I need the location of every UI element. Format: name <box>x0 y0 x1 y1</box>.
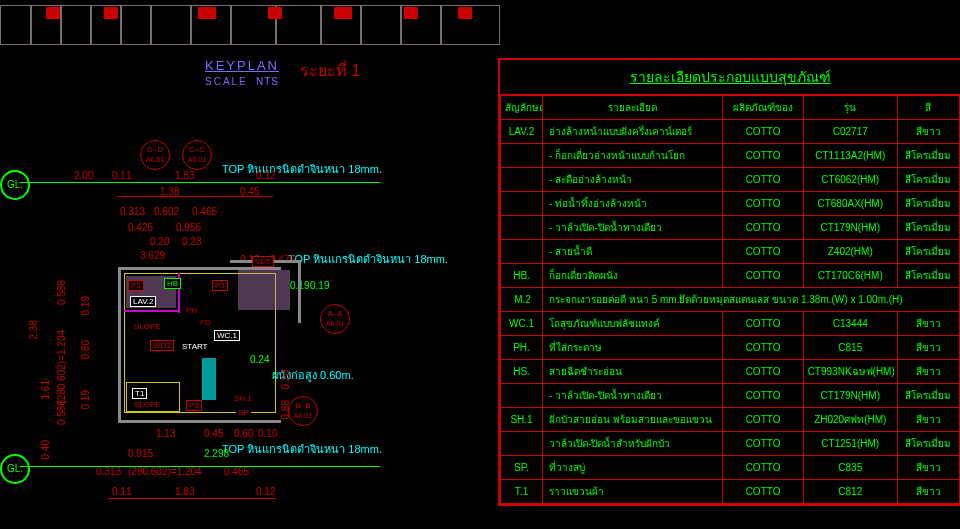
tag-slope2: SLOPE <box>132 400 163 409</box>
section-bubble-top: A–A <box>321 309 349 319</box>
dim: 0.45 <box>204 428 223 439</box>
spec-cell-mfr: COTTO <box>723 432 803 456</box>
tag-sp: SP <box>236 408 251 417</box>
spec-cell-desc: สายฉีดชำระอ่อน <box>543 360 723 384</box>
spec-cell-mdl: C815 <box>803 336 897 360</box>
spec-th-desc: รายละเอียด <box>543 96 723 120</box>
spec-table-title: รายละเอียดประกอบแบบสุขภัณฑ์ <box>500 60 960 95</box>
spec-cell-mdl: ZH020ศฟท(HM) <box>803 408 897 432</box>
spec-cell-mfr: COTTO <box>723 480 803 504</box>
note-top-granite-2: TOP หินแกรนิตดำจินหนา 18mm. <box>288 250 448 268</box>
spec-row: HB.ก็อกเดี่ยวติดผนังCOTTOCT170C6(HM)สีโค… <box>501 264 960 288</box>
keyplan-marker <box>458 7 472 19</box>
spec-table-grid: สัญลักษณ์ รายละเอียด ผลิตภัณฑ์ของ รุ่น ส… <box>500 95 960 504</box>
dim: 1.83 <box>175 170 194 181</box>
spec-row: LAV.2อ่างล้างหน้าแบบฝังครึ่งเคาน์เตอร์CO… <box>501 120 960 144</box>
tag-start: START <box>180 342 209 351</box>
spec-cell-clr: สีขาว <box>897 408 959 432</box>
spec-cell-clr: สีขาว <box>897 120 959 144</box>
spec-cell-desc: อ่างล้างหน้าแบบฝังครึ่งเคาน์เตอร์ <box>543 120 723 144</box>
dim: 0.915 <box>128 448 153 459</box>
spec-cell-mfr: COTTO <box>723 408 803 432</box>
tag-fd: FD <box>198 318 213 327</box>
dim: 0.20 <box>280 370 291 389</box>
spec-cell-mfr: COTTO <box>723 312 803 336</box>
spec-cell-clr: สีโครเมี่ยม <box>897 432 959 456</box>
spec-cell-desc: - วาล์วเปิด-ปิดน้ำทางเดียว <box>543 384 723 408</box>
section-bubble-top: C–C <box>183 145 211 155</box>
dim: 0.10 <box>258 428 277 439</box>
grid-gl-left2: GL. <box>0 454 30 484</box>
spec-cell-clr: สีโครเมี่ยม <box>897 192 959 216</box>
spec-cell-clr: สีขาว <box>897 312 959 336</box>
counter-top-right <box>238 270 290 310</box>
dim: 0.19 <box>80 296 91 315</box>
tag-t1: T1 <box>132 388 147 399</box>
dim: 1.61 <box>40 380 51 399</box>
dim: 0.602 <box>154 206 179 217</box>
spec-cell-clr: สีโครเมี่ยม <box>897 168 959 192</box>
dim: 1.13 <box>156 428 175 439</box>
spec-cell-desc: - วาล์วเปิด-ปิดน้ำทางเดียว <box>543 216 723 240</box>
dim: 0.20 <box>150 236 169 247</box>
dim: 0.12 <box>256 170 275 181</box>
spec-row: HS.สายฉีดชำระอ่อนCOTTOCT993NKฉษฟ(HM)สีขา… <box>501 360 960 384</box>
dim: 0.313 <box>96 466 121 477</box>
tag-vd5: VD5 <box>252 256 274 267</box>
dim: (280.602)=1.204 <box>56 330 67 404</box>
tag-hb: HB <box>164 278 181 289</box>
spec-cell-sym <box>501 144 543 168</box>
spec-cell-desc: ราวแขวนผ้า <box>543 480 723 504</box>
partition <box>124 310 180 312</box>
spec-cell-desc: โถสุขภัณฑ์แบบฟลัชแทงค์ <box>543 312 723 336</box>
spec-cell-clr: สีขาว <box>897 456 959 480</box>
spec-cell-clr: สีโครเมี่ยม <box>897 240 959 264</box>
spec-cell-desc: - ก็อกเดี่ยวอ่างหน้าแบบก้านโยก <box>543 144 723 168</box>
spec-cell-clr: สีขาว <box>897 336 959 360</box>
spec-row: - สายน้ำดีCOTTOZ402(HM)สีโครเมี่ยม <box>501 240 960 264</box>
section-bubble-bottom: A6.01 <box>289 411 317 421</box>
dim: 0.465 <box>224 466 249 477</box>
spec-cell-mdl: C13444 <box>803 312 897 336</box>
spec-row: - วาล์วเปิด-ปิดน้ำทางเดียวCOTTOCT179N(HM… <box>501 384 960 408</box>
spec-th-mfr: ผลิตภัณฑ์ของ <box>723 96 803 120</box>
spec-cell-sym: LAV.2 <box>501 120 543 144</box>
section-bubble-bottom: A6.01 <box>141 155 169 165</box>
spec-cell-sym <box>501 192 543 216</box>
dim: 0.45 <box>240 186 259 197</box>
tag-sh1: SH.1 <box>232 394 254 403</box>
spec-cell-clr: สีขาว <box>897 480 959 504</box>
spec-cell-mdl: CT1251(HM) <box>803 432 897 456</box>
spec-cell-mfr: COTTO <box>723 360 803 384</box>
spec-row: - ท่อน้ำทิ้งอ่างล้างหน้าCOTTOCT680AX(HM)… <box>501 192 960 216</box>
spec-cell-desc: ก็อกเดี่ยวติดผนัง <box>543 264 723 288</box>
spec-cell-sym: T.1 <box>501 480 543 504</box>
spec-cell-clr: สีโครเมี่ยม <box>897 144 959 168</box>
spec-cell-mdl: CT993NKฉษฟ(HM) <box>803 360 897 384</box>
dim: 0.11 <box>112 170 131 181</box>
tag-lav2: LAV.2 <box>130 296 156 307</box>
spec-cell-mfr: COTTO <box>723 120 803 144</box>
spec-table: รายละเอียดประกอบแบบสุขภัณฑ์ สัญลักษณ์ รา… <box>498 58 960 506</box>
keyplan-strip: /* placeholder so following static divs … <box>0 0 500 56</box>
section-bubble-a: A–A A6.01 <box>320 304 350 334</box>
note-top-granite-1: TOP หินแกรนิตดำจินหนา 18mm. <box>222 160 382 178</box>
spec-cell-sym: SH.1 <box>501 408 543 432</box>
tag-slope1: SLOPE <box>132 322 163 331</box>
spec-cell-mdl: C835 <box>803 456 897 480</box>
spec-th-clr: สี <box>897 96 959 120</box>
keyplan-marker <box>334 7 352 19</box>
spec-cell-mfr: COTTO <box>723 192 803 216</box>
spec-cell-mdl: CT680AX(HM) <box>803 192 897 216</box>
spec-cell-mfr: COTTO <box>723 456 803 480</box>
keyplan-marker <box>198 7 216 19</box>
spec-row: M.2กระจกเงารอยต่อดี หนา 5 mm.ยึดด้วยหมุด… <box>501 288 960 312</box>
tag-p3a: P3 <box>128 280 144 291</box>
section-bubble-bottom: A6.01 <box>321 319 349 329</box>
dim: 1.83 <box>175 486 194 497</box>
dim: 0.425 <box>128 222 153 233</box>
spec-cell-mdl: CT1113A2(HM) <box>803 144 897 168</box>
spec-cell-mdl: C812 <box>803 480 897 504</box>
spec-row: SP.ที่วางสบู่COTTOC835สีขาว <box>501 456 960 480</box>
spec-row: - สะดืออ่างล้างหน้าCOTTOCT6062(HM)สีโครเ… <box>501 168 960 192</box>
